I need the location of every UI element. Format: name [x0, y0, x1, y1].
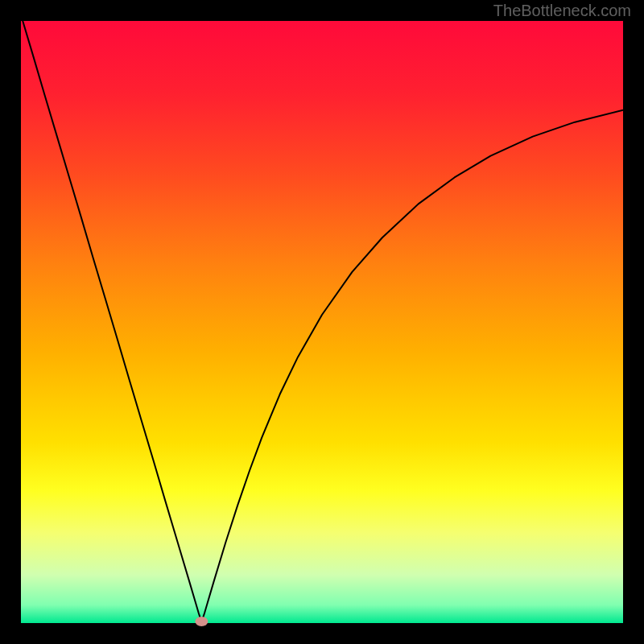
chart-container: TheBottleneck.com — [0, 0, 644, 644]
watermark-text: TheBottleneck.com — [493, 2, 631, 20]
chart-background-gradient — [21, 21, 623, 623]
chart-svg — [0, 0, 644, 644]
minimum-marker — [195, 617, 208, 626]
